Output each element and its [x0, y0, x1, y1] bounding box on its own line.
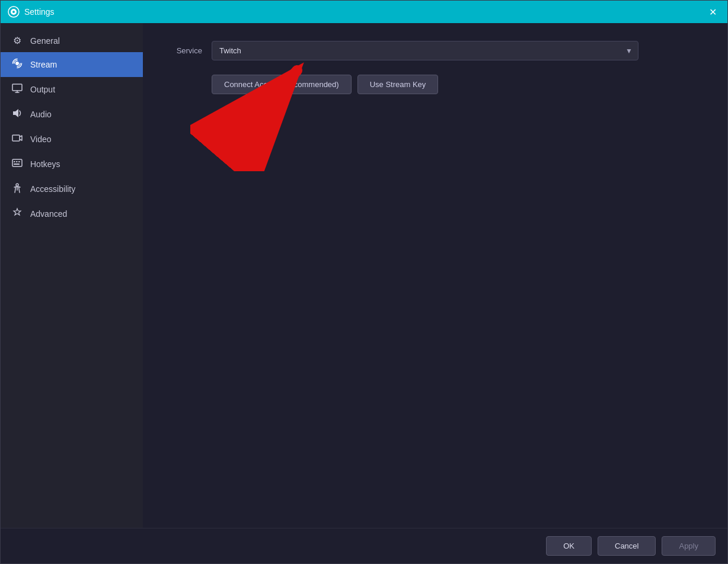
sidebar-item-advanced[interactable]: Advanced	[1, 201, 143, 226]
svg-point-3	[15, 62, 19, 65]
footer: OK Cancel Apply	[1, 528, 727, 563]
sidebar-item-general[interactable]: ⚙ General	[1, 29, 143, 52]
sidebar-item-output[interactable]: Output	[1, 77, 143, 102]
sidebar-item-label: Output	[30, 85, 55, 94]
svg-rect-4	[12, 84, 22, 91]
sidebar-item-label: Audio	[30, 110, 52, 119]
hotkeys-icon	[11, 158, 23, 171]
svg-rect-8	[14, 161, 15, 162]
sidebar-item-label: Hotkeys	[30, 159, 60, 169]
sidebar-item-hotkeys[interactable]: Hotkeys	[1, 152, 143, 177]
main-content: ⚙ General Stream	[1, 23, 727, 528]
arrow-annotation	[190, 53, 333, 174]
ok-button[interactable]: OK	[546, 536, 592, 556]
sidebar-item-label: Video	[30, 134, 52, 144]
svg-rect-6	[12, 135, 20, 141]
buttons-row: Connect Account (recommended) Use Stream…	[212, 75, 704, 94]
svg-rect-10	[18, 161, 20, 162]
advanced-icon	[11, 207, 23, 220]
service-row: Service Twitch YouTube Facebook Live Cus…	[167, 41, 704, 60]
svg-marker-5	[13, 109, 18, 117]
accessibility-icon	[11, 182, 23, 196]
service-select-wrapper: Twitch YouTube Facebook Live Custom... ▼	[212, 41, 638, 60]
sidebar-item-label: Advanced	[30, 209, 67, 219]
sidebar-item-video[interactable]: Video	[1, 127, 143, 152]
sidebar: ⚙ General Stream	[1, 23, 143, 528]
cancel-button[interactable]: Cancel	[598, 536, 656, 556]
svg-rect-7	[12, 159, 22, 166]
connect-account-button[interactable]: Connect Account (recommended)	[212, 75, 352, 94]
svg-rect-11	[14, 164, 20, 165]
sidebar-item-accessibility[interactable]: Accessibility	[1, 177, 143, 201]
svg-point-2	[12, 11, 15, 13]
titlebar-left: Settings	[8, 6, 55, 18]
output-icon	[11, 83, 23, 96]
gear-icon: ⚙	[11, 35, 23, 46]
sidebar-item-label: Stream	[30, 60, 57, 69]
sidebar-item-label: Accessibility	[30, 184, 75, 194]
settings-window: Settings ✕ ⚙ General Str	[0, 0, 728, 564]
sidebar-item-label: General	[30, 36, 60, 46]
service-select[interactable]: Twitch YouTube Facebook Live Custom...	[212, 41, 638, 60]
video-icon	[11, 133, 23, 146]
service-label: Service	[167, 46, 202, 55]
stream-icon	[11, 58, 23, 71]
titlebar: Settings ✕	[1, 1, 727, 23]
sidebar-item-audio[interactable]: Audio	[1, 102, 143, 127]
window-title: Settings	[24, 7, 55, 17]
content-area: Service Twitch YouTube Facebook Live Cus…	[143, 23, 727, 528]
obs-logo-icon	[8, 6, 20, 18]
close-button[interactable]: ✕	[705, 4, 720, 20]
use-stream-key-button[interactable]: Use Stream Key	[357, 75, 439, 94]
audio-icon	[11, 108, 23, 121]
svg-rect-9	[16, 161, 18, 162]
svg-point-12	[16, 184, 18, 186]
sidebar-item-stream[interactable]: Stream	[1, 52, 143, 77]
apply-button[interactable]: Apply	[662, 536, 716, 556]
